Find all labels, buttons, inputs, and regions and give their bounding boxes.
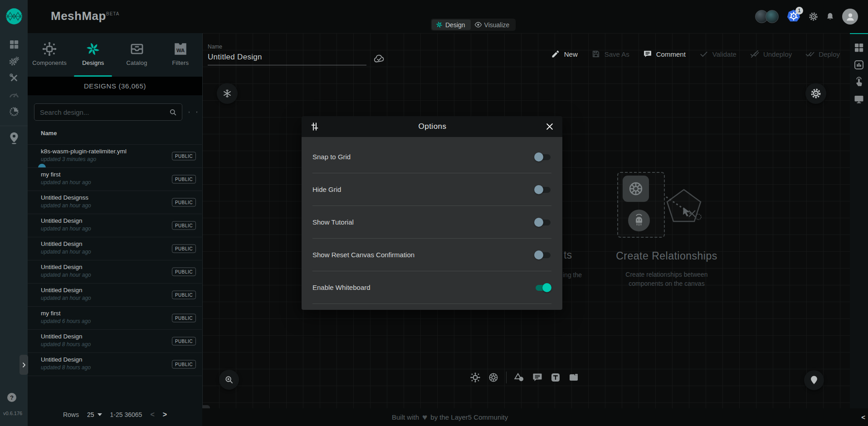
double-check-icon (805, 49, 814, 59)
toggle-reset-canvas-confirmation[interactable] (534, 250, 551, 260)
new-button[interactable]: New (551, 49, 578, 59)
options-modal: Options Snap to Grid Hide Grid Show Tuto… (302, 116, 562, 310)
notifications-bell-icon[interactable] (825, 12, 835, 21)
owner-avatar (38, 164, 46, 167)
toggle-snap-to-grid[interactable] (534, 152, 551, 162)
design-row[interactable]: Untitled Design updated an hour ago PUBL… (28, 283, 202, 306)
tab-components[interactable]: Components (28, 33, 71, 77)
beta-tag: BETA (106, 11, 119, 16)
settings-gear-icon[interactable] (809, 12, 818, 21)
search-input[interactable] (39, 108, 169, 117)
design-list: k8s-wasm-plugin-ratelimiter.yml updated … (28, 144, 202, 376)
drop-tool-button[interactable] (804, 370, 824, 390)
visibility-badge: PUBLIC (172, 337, 196, 346)
design-row[interactable]: k8s-wasm-plugin-ratelimiter.yml updated … (28, 144, 202, 167)
avatar[interactable] (766, 10, 779, 23)
meshmap-app: MeshMapBETA Design Visualize 1 (0, 0, 868, 426)
undeploy-icon (750, 49, 759, 59)
validate-button[interactable]: Validate (699, 49, 736, 59)
search-box (34, 103, 182, 121)
loading-snowflake-button[interactable] (217, 83, 238, 104)
components-dock-icon[interactable] (470, 372, 481, 383)
zoom-button[interactable] (219, 370, 239, 390)
context-count-badge: 1 (795, 7, 803, 15)
mode-design-button[interactable]: Design (432, 20, 471, 30)
magnifier-plus-icon (224, 375, 234, 385)
tab-designs[interactable]: Designs (71, 33, 115, 77)
top-header: MeshMapBETA Design Visualize 1 (28, 0, 868, 33)
comment-button[interactable]: Comment (643, 49, 686, 59)
interaction-touch-icon[interactable] (853, 77, 864, 88)
undeploy-button[interactable]: Undeploy (750, 49, 792, 59)
rail-expand-handle[interactable] (20, 355, 28, 375)
close-icon[interactable] (545, 122, 554, 131)
toggle-enable-whiteboard[interactable] (534, 283, 551, 292)
visibility-badge: PUBLIC (172, 360, 196, 369)
designs-pinwheel-icon (85, 41, 101, 57)
toggle-hide-grid[interactable] (534, 185, 551, 194)
dashboard-icon[interactable] (9, 39, 20, 50)
toggle-show-tutorial[interactable] (534, 218, 551, 227)
onboarding-relationship-sketch (617, 172, 722, 258)
performance-gauge-icon[interactable] (9, 89, 20, 100)
modal-title: Options (320, 122, 545, 131)
lifecycle-gears-icon[interactable] (9, 56, 20, 67)
prev-page-button[interactable]: < (150, 411, 154, 419)
layer5-logo[interactable] (5, 6, 24, 26)
droplet-icon (809, 375, 819, 385)
design-row[interactable]: Untitled Design updated 8 hours ago PUBL… (28, 329, 202, 353)
extensions-icon[interactable] (9, 106, 20, 117)
panel-tabs: Components Designs Catalog Filters (28, 33, 202, 77)
eye-icon (474, 21, 482, 29)
design-row[interactable]: my first updated 6 hours ago PUBLIC (28, 306, 202, 329)
design-name-input[interactable] (208, 50, 366, 65)
visibility-badge: PUBLIC (172, 175, 196, 184)
design-row[interactable]: Untitled Design updated an hour ago PUBL… (28, 260, 202, 283)
comment-icon (643, 49, 652, 59)
media-tool-icon[interactable] (568, 372, 579, 383)
design-row[interactable]: my first updated an hour ago PUBLIC (28, 167, 202, 191)
import-design-icon[interactable] (188, 108, 190, 117)
help-button[interactable]: ? (7, 393, 16, 402)
option-row-reset-confirmation: Show Reset Canvas Confirmation (312, 239, 551, 271)
mode-visualize-button[interactable]: Visualize (471, 20, 515, 30)
configuration-tools-icon[interactable] (9, 73, 20, 83)
collaborator-avatars[interactable] (755, 10, 779, 23)
rows-per-page-select[interactable]: 25 (87, 411, 102, 418)
next-page-button[interactable]: > (163, 411, 167, 419)
design-row[interactable]: Untitled Designss updated an hour ago PU… (28, 191, 202, 214)
comment-tool-icon[interactable] (532, 372, 543, 383)
tab-catalog[interactable]: Catalog (115, 33, 159, 77)
check-icon (699, 49, 708, 59)
visibility-badge: PUBLIC (172, 314, 196, 323)
text-tool-icon[interactable] (550, 372, 561, 383)
profile-button[interactable] (842, 9, 858, 24)
kubernetes-context-button[interactable]: 1 (786, 9, 801, 24)
tune-sliders-icon (310, 122, 320, 132)
chart-panel-icon[interactable] (853, 59, 864, 70)
display-screen-icon[interactable] (853, 94, 864, 105)
option-row-snap-to-grid: Snap to Grid (312, 141, 551, 173)
footer-collapse-chevron[interactable]: < (861, 408, 865, 426)
option-row-show-tutorial: Show Tutorial (312, 206, 551, 239)
caret-down-icon (98, 413, 102, 416)
mode-toggle: Design Visualize (431, 19, 516, 31)
components-icon (42, 41, 57, 57)
dock-divider (506, 372, 507, 383)
deploy-button[interactable]: Deploy (805, 49, 840, 59)
filter-funnel-icon[interactable] (196, 108, 198, 117)
design-row[interactable]: Untitled Design updated 8 hours ago PUBL… (28, 353, 202, 376)
meshmap-pin-icon[interactable] (9, 132, 20, 144)
save-as-button[interactable]: Save As (591, 49, 629, 59)
canvas-dock-toolbar (470, 367, 579, 387)
widgets-icon[interactable] (853, 42, 864, 53)
shapes-tool-icon[interactable] (514, 372, 525, 383)
design-row[interactable]: Untitled Design updated an hour ago PUBL… (28, 237, 202, 260)
kubernetes-dock-icon[interactable] (488, 372, 499, 383)
option-row-enable-whiteboard: Enable Whiteboard (312, 271, 551, 304)
canvas-settings-button[interactable] (805, 83, 826, 104)
design-row[interactable]: Untitled Design updated an hour ago PUBL… (28, 214, 202, 237)
pencil-icon (551, 49, 560, 59)
app-title: MeshMapBETA (51, 9, 119, 23)
tab-filters[interactable]: Filters (159, 33, 202, 77)
